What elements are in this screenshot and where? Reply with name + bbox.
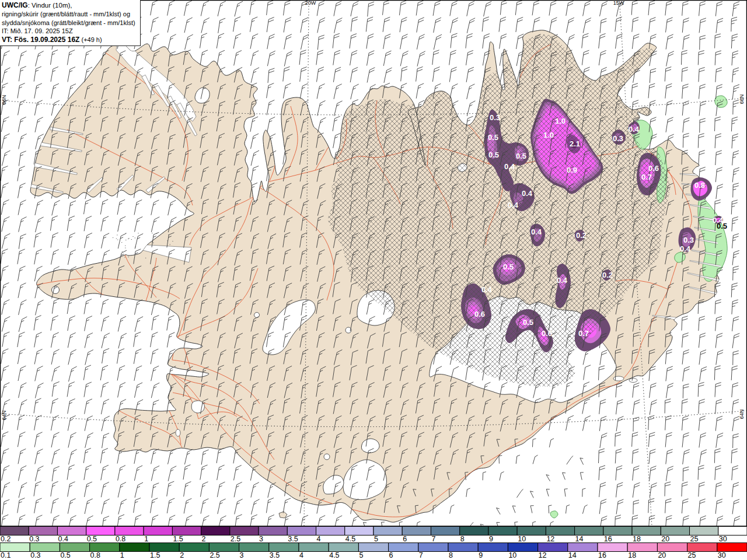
- svg-text:0.4: 0.4: [557, 276, 568, 285]
- svg-text:16: 16: [604, 535, 612, 543]
- svg-text:64N: 64N: [1, 411, 7, 421]
- svg-text:18: 18: [633, 535, 641, 543]
- svg-text:2.5: 2.5: [210, 551, 219, 559]
- svg-text:2: 2: [180, 551, 184, 559]
- svg-text:2.1: 2.1: [570, 139, 580, 148]
- svg-text:6: 6: [389, 551, 393, 559]
- svg-text:66N: 66N: [739, 94, 745, 104]
- svg-text:64N: 64N: [739, 410, 745, 419]
- svg-text:3.5: 3.5: [288, 535, 298, 543]
- svg-text:0.5: 0.5: [60, 551, 70, 559]
- svg-text:0.2: 0.2: [576, 231, 587, 240]
- svg-text:1.5: 1.5: [150, 551, 160, 559]
- svg-text:14: 14: [568, 551, 577, 559]
- svg-text:0.5: 0.5: [488, 150, 499, 159]
- svg-text:0.4: 0.4: [504, 162, 515, 171]
- svg-text:7: 7: [432, 535, 436, 543]
- svg-text:0.5: 0.5: [717, 222, 727, 230]
- svg-text:0.3: 0.3: [29, 535, 39, 543]
- svg-text:0.8: 0.8: [694, 181, 705, 190]
- svg-text:0.6: 0.6: [648, 164, 659, 173]
- svg-text:0.4: 0.4: [680, 244, 691, 253]
- svg-text:0.5: 0.5: [488, 133, 498, 142]
- svg-text:9: 9: [489, 535, 493, 543]
- svg-text:4: 4: [299, 551, 303, 559]
- svg-text:0.4: 0.4: [629, 125, 640, 134]
- svg-text:0.8: 0.8: [116, 535, 125, 543]
- svg-text:0.2: 0.2: [602, 271, 613, 279]
- svg-text:66N: 66N: [1, 95, 7, 105]
- svg-text:0.2: 0.2: [1, 535, 11, 543]
- svg-text:1.0: 1.0: [543, 131, 554, 139]
- svg-text:0.7: 0.7: [578, 329, 589, 338]
- svg-text:4: 4: [317, 535, 321, 543]
- svg-text:12: 12: [546, 535, 554, 543]
- svg-text:8: 8: [460, 535, 465, 543]
- svg-text:0.3: 0.3: [683, 236, 694, 244]
- svg-text:16: 16: [598, 551, 606, 559]
- svg-text:9: 9: [479, 551, 483, 559]
- svg-text:12: 12: [539, 551, 547, 559]
- svg-text:3: 3: [240, 551, 244, 559]
- svg-text:8: 8: [449, 551, 453, 559]
- svg-text:1: 1: [120, 551, 124, 559]
- svg-text:0.9: 0.9: [567, 166, 577, 174]
- svg-text:30: 30: [718, 551, 726, 559]
- svg-text:7: 7: [419, 551, 423, 559]
- svg-text:0.3: 0.3: [613, 134, 623, 143]
- svg-text:20: 20: [658, 551, 666, 559]
- svg-text:0.4: 0.4: [508, 201, 519, 209]
- svg-text:6: 6: [403, 535, 407, 543]
- svg-text:0.5: 0.5: [87, 535, 97, 543]
- svg-text:0.3: 0.3: [30, 551, 40, 559]
- svg-text:5: 5: [374, 535, 378, 543]
- svg-text:4.5: 4.5: [329, 551, 339, 559]
- svg-text:2.5: 2.5: [231, 535, 240, 543]
- svg-text:0.4: 0.4: [58, 535, 68, 543]
- svg-text:3: 3: [259, 535, 263, 543]
- svg-text:10: 10: [518, 535, 526, 543]
- svg-text:0.8: 0.8: [90, 551, 100, 559]
- svg-text:0.5: 0.5: [516, 152, 526, 160]
- svg-text:0.6: 0.6: [542, 329, 552, 338]
- svg-text:18: 18: [628, 551, 636, 559]
- svg-text:0.4: 0.4: [522, 189, 533, 198]
- svg-text:1: 1: [144, 535, 148, 543]
- svg-text:3.5: 3.5: [270, 551, 280, 559]
- svg-text:1.5: 1.5: [173, 535, 183, 543]
- svg-text:0.7: 0.7: [641, 173, 652, 181]
- svg-text:0.5: 0.5: [523, 318, 533, 327]
- svg-text:0.4: 0.4: [481, 285, 493, 294]
- svg-text:2: 2: [202, 535, 206, 543]
- svg-text:4.5: 4.5: [345, 535, 355, 543]
- svg-text:15W: 15W: [613, 0, 624, 6]
- svg-text:0.1: 0.1: [1, 551, 11, 559]
- svg-text:0.3: 0.3: [490, 113, 500, 122]
- svg-text:30: 30: [719, 535, 727, 543]
- svg-text:0.5: 0.5: [503, 262, 514, 271]
- svg-text:0.4: 0.4: [531, 228, 542, 236]
- svg-text:1.0: 1.0: [555, 117, 566, 125]
- svg-text:25: 25: [690, 535, 699, 543]
- svg-text:20W: 20W: [305, 0, 316, 6]
- svg-text:25: 25: [688, 551, 696, 559]
- svg-text:0.6: 0.6: [474, 310, 485, 318]
- svg-text:5: 5: [359, 551, 363, 559]
- svg-text:10: 10: [508, 551, 516, 559]
- svg-text:14: 14: [575, 535, 584, 543]
- svg-text:20: 20: [661, 535, 669, 543]
